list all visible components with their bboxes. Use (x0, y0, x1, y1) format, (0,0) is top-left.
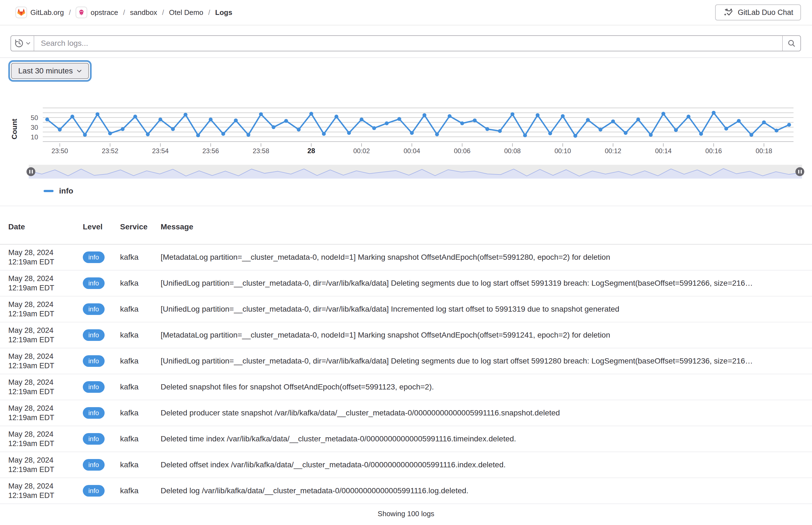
table-row[interactable]: May 28, 2024 12:19am EDT info kafka [Uni… (0, 297, 812, 322)
log-date: May 28, 2024 12:19am EDT (0, 300, 83, 318)
log-date-line: May 28, 2024 (8, 326, 83, 335)
log-time-line: 12:19am EDT (8, 465, 83, 474)
log-service: kafka (120, 357, 161, 365)
table-row[interactable]: May 28, 2024 12:19am EDT info kafka Dele… (0, 426, 812, 452)
svg-text:00:10: 00:10 (555, 147, 571, 154)
log-message: [MetadataLog partition=__cluster_metadat… (161, 253, 812, 262)
log-date: May 28, 2024 12:19am EDT (0, 481, 83, 500)
column-header-date: Date (0, 223, 83, 231)
breadcrumb-separator: / (162, 9, 164, 17)
svg-text:00:16: 00:16 (705, 147, 722, 154)
brush-handle-right[interactable] (795, 167, 804, 176)
breadcrumb-item-opstrace[interactable]: opstrace (76, 6, 118, 18)
log-date-line: May 28, 2024 (8, 352, 83, 361)
table-row[interactable]: May 28, 2024 12:19am EDT info kafka [Met… (0, 322, 812, 348)
log-service: kafka (120, 382, 161, 391)
log-date: May 28, 2024 12:19am EDT (0, 404, 83, 422)
level-badge: info (83, 278, 105, 289)
breadcrumb-separator: / (208, 9, 210, 17)
log-level: info (83, 381, 120, 393)
log-time-line: 12:19am EDT (8, 257, 83, 267)
svg-text:23:58: 23:58 (253, 147, 269, 154)
svg-text:23:56: 23:56 (202, 147, 219, 154)
log-date-line: May 28, 2024 (8, 455, 83, 465)
log-time-line: 12:19am EDT (8, 439, 83, 448)
table-row[interactable]: May 28, 2024 12:19am EDT info kafka [Met… (0, 244, 812, 270)
level-badge: info (83, 252, 105, 263)
svg-text:00:04: 00:04 (404, 147, 420, 154)
logs-table: Date Level Service Message May 28, 2024 … (0, 210, 812, 504)
breadcrumb-item-gitlab-org[interactable]: GitLab.org (15, 6, 64, 18)
log-date: May 28, 2024 12:19am EDT (0, 378, 83, 396)
breadcrumb: GitLab.org / opstrace / sandbox / Otel D… (15, 6, 232, 18)
table-row[interactable]: May 28, 2024 12:19am EDT info kafka [Uni… (0, 270, 812, 297)
duo-chat-label: GitLab Duo Chat (738, 8, 793, 17)
brush-handle-left[interactable] (27, 167, 35, 176)
svg-text:00:12: 00:12 (605, 147, 621, 154)
time-range-dropdown[interactable]: Last 30 minutes (11, 63, 89, 79)
svg-text:00:18: 00:18 (756, 147, 772, 154)
minimap-area-chart (29, 165, 802, 179)
level-badge: info (83, 381, 105, 393)
legend-line-swatch (44, 190, 54, 192)
breadcrumb-label: GitLab.org (30, 8, 64, 17)
table-row[interactable]: May 28, 2024 12:19am EDT info kafka Dele… (0, 478, 812, 504)
log-level: info (83, 355, 120, 367)
log-date-line: May 28, 2024 (8, 404, 83, 413)
breadcrumb-item-otel-demo[interactable]: Otel Demo (169, 8, 203, 17)
log-service: kafka (120, 253, 161, 262)
log-date-line: May 28, 2024 (8, 378, 83, 387)
log-service: kafka (120, 279, 161, 288)
level-badge: info (83, 433, 105, 445)
log-service: kafka (120, 486, 161, 495)
log-message: Deleted log /var/lib/kafka/data/__cluste… (161, 486, 812, 495)
log-date-line: May 28, 2024 (8, 430, 83, 439)
time-range-label: Last 30 minutes (18, 66, 73, 75)
table-row[interactable]: May 28, 2024 12:19am EDT info kafka Dele… (0, 452, 812, 478)
log-service: kafka (120, 434, 161, 443)
level-badge: info (83, 407, 105, 419)
table-header-row: Date Level Service Message (0, 210, 812, 244)
log-level: info (83, 459, 120, 470)
search-submit-button[interactable] (782, 36, 800, 51)
gitlab-duo-chat-button[interactable]: GitLab Duo Chat (715, 4, 801, 20)
log-level: info (83, 303, 120, 315)
table-row[interactable]: May 28, 2024 12:19am EDT info kafka Dele… (0, 400, 812, 426)
search-history-dropdown[interactable] (11, 36, 34, 51)
breadcrumb-label: opstrace (91, 8, 118, 17)
level-badge: info (83, 355, 105, 367)
table-row[interactable]: May 28, 2024 12:19am EDT info kafka Dele… (0, 374, 812, 400)
breadcrumb-label: sandbox (130, 8, 157, 17)
breadcrumb-item-sandbox[interactable]: sandbox (130, 8, 157, 17)
log-message: [MetadataLog partition=__cluster_metadat… (161, 331, 812, 340)
search-input[interactable] (34, 36, 782, 51)
log-time-line: 12:19am EDT (8, 413, 83, 422)
log-time-line: 12:19am EDT (8, 361, 83, 371)
table-row[interactable]: May 28, 2024 12:19am EDT info kafka [Uni… (0, 348, 812, 374)
log-date: May 28, 2024 12:19am EDT (0, 326, 83, 344)
breadcrumb-separator: / (69, 9, 71, 17)
chart-brush-minimap[interactable] (29, 165, 802, 179)
search-icon (787, 39, 796, 48)
results-count-status: Showing 100 logs (0, 510, 812, 518)
log-date-line: May 28, 2024 (8, 300, 83, 309)
svg-text:28: 28 (307, 147, 315, 154)
chart-legend[interactable]: info (44, 186, 73, 195)
log-message: Deleted producer state snapshot /var/lib… (161, 408, 812, 417)
svg-text:23:52: 23:52 (102, 147, 118, 154)
section-divider (0, 57, 812, 58)
log-level: info (83, 329, 120, 341)
breadcrumb-label: Logs (215, 8, 232, 17)
history-icon (14, 39, 24, 48)
level-badge: info (83, 485, 105, 497)
breadcrumb-item-logs-current: Logs (215, 8, 232, 17)
breadcrumb-label: Otel Demo (169, 8, 203, 17)
chevron-down-icon (77, 70, 82, 73)
column-header-message: Message (161, 223, 812, 231)
top-bar: GitLab.org / opstrace / sandbox / Otel D… (0, 0, 812, 25)
log-date: May 28, 2024 12:19am EDT (0, 274, 83, 292)
log-service: kafka (120, 305, 161, 314)
svg-text:00:02: 00:02 (353, 147, 370, 154)
log-level: info (83, 433, 120, 445)
logs-volume-chart[interactable]: 10305023:5023:5223:5423:5623:582800:0200… (0, 106, 812, 156)
